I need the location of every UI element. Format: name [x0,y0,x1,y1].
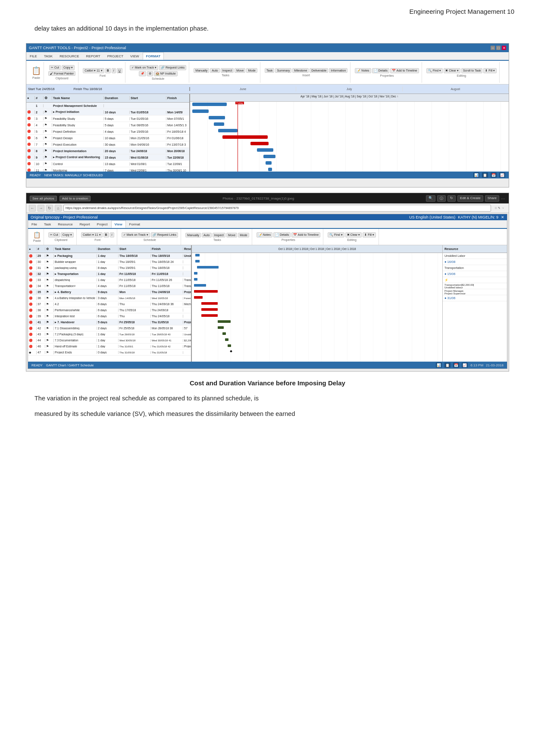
inner-cut-btn[interactable]: ✂ Cut [48,232,60,237]
forward-btn[interactable]: → [38,205,44,212]
tab-file-1[interactable]: FILE [26,52,41,60]
report-icon[interactable]: 📈 [499,172,505,178]
refresh-btn[interactable]: ↻ [46,205,53,212]
inner-clear[interactable]: ✖ Clear ▾ [345,232,362,237]
auto-btn[interactable]: Auto [210,68,219,73]
inner-find[interactable]: 🔍 Find ▾ [328,232,344,237]
table-row[interactable]: 🔴11⚑ Monitoring 7 daysWed 22/08/1Thu 30/… [26,167,189,172]
table-row[interactable]: 🔴8⚑ Project Implementation 20 daysTue 24… [26,148,189,154]
np-institute-btn[interactable]: 🏫 NP Institute [154,71,178,76]
table-row[interactable]: 🔴5⚑ Project Definition 4 daysTue 15/05/1… [26,128,189,135]
inner-gantt-icon[interactable]: 📊 [436,362,442,368]
fill-btn[interactable]: ⬇ Fill ▾ [483,68,497,73]
table-row[interactable]: ◆47⚑ Project Ends 0 daysThu 31/05/18Thu … [28,350,191,356]
inner-mode[interactable]: Mode [238,233,249,237]
manually-btn[interactable]: Manually [194,68,209,73]
notes-btn[interactable]: 📝 Notes [355,68,371,73]
inner-auto[interactable]: Auto [202,233,211,237]
table-row[interactable]: 🔴6⚑ Project Design 10 daysMon 21/05/16Fr… [26,135,189,141]
gantt-view-icon[interactable]: 📊 [473,172,479,178]
inner-copy-btn[interactable]: Copy ▾ [61,232,74,237]
copy-btn[interactable]: Copy ▾ [62,65,75,70]
move-btn[interactable]: Move [235,68,245,73]
mark-on-track-btn[interactable]: ✓ Mark on Track ▾ [130,65,158,70]
table-row[interactable]: 🔴34⚑ Transportation+ 4 daysFri 11/05/18T… [28,283,191,289]
inner-add-timeline[interactable]: 📅 Add to Timeline [291,232,320,237]
add-to-creation-btn[interactable]: Add to a creation [59,196,91,201]
table-row[interactable]: 🔴37⚑ 4.2 6 daysThuThu 24/09/18 36 Mech. … [28,301,191,307]
inner-font-sel[interactable]: Calibri ▾ 11 ▾ [81,232,102,237]
mode-btn[interactable]: Mode [246,68,257,73]
table-row[interactable]: 🔴10⚑ Control 13 daysWed 01/08/1Tue 22/08… [26,161,189,167]
edit-create-btn[interactable]: Edit & Create [457,195,483,202]
underline-btn[interactable]: U [117,68,122,73]
task-sheet-icon[interactable]: 📋 [482,172,488,178]
zoom-icon[interactable]: 🔍 [426,195,435,202]
details-btn[interactable]: 📄 Details [372,68,389,73]
table-row[interactable]: 🔴35⚑ ▸ 4. Battery 9 daysMonThu 24/06/18 … [28,289,191,295]
table-row[interactable]: 🔴31⚑ packaging using 8 daysThu 19/05/1Th… [28,265,191,271]
inner-tab-view[interactable]: View [111,220,126,228]
paste-icon[interactable]: 📋 [31,66,41,75]
inner-mark-track[interactable]: ✓ Mark on Track ▾ [122,232,150,237]
deliverable-btn[interactable]: Deliverable [310,68,328,73]
inner-tab-file[interactable]: File [28,220,41,228]
add-to-timeline-btn[interactable]: 📅 Add to Timeline [390,68,419,73]
inner-notes[interactable]: 📝 Notes [257,232,272,237]
table-row[interactable]: 🔴9⚑ ▸ Project Control and Monitoring 15 … [26,154,189,161]
format-painter-btn[interactable]: 🖌 Format Painter [48,71,75,76]
back-btn[interactable]: ← [29,205,36,212]
tab-project-1[interactable]: PROJECT [104,52,127,60]
font-select[interactable]: Calibri ▾ 11 ▾ [83,68,104,73]
inner-manually[interactable]: Manually [185,233,201,237]
inner-cal-icon[interactable]: 📅 [453,362,459,368]
bold-btn[interactable]: B [105,68,111,73]
table-row[interactable]: 1 Project Management Schedule [26,103,189,109]
close-button-1[interactable]: ✕ [502,46,506,50]
more-btn[interactable]: … [501,195,505,202]
table-row[interactable]: 🔴42⚑ 7.1 Disassembling 2 daysFri 25/05/1… [28,325,191,331]
italic-btn[interactable]: I [112,68,116,73]
inner-report-icon[interactable]: 📈 [462,362,468,368]
inner-inspect[interactable]: Inspect [213,233,226,237]
cut-btn[interactable]: ✂ Cut [49,65,61,70]
table-row[interactable]: 🔴30⚑ Bubble wrapper 1 dayThu 18/05/1Thu … [28,259,191,265]
inner-fill[interactable]: ⬇ Fill ▾ [363,232,376,237]
auto-schedule-btn[interactable]: ⚙ [147,71,153,76]
request-links-btn[interactable]: 🔗 Request Links [159,65,186,70]
inspect-btn[interactable]: Inspect [221,68,234,73]
inner-tab-task[interactable]: Task [41,220,54,228]
inner-move[interactable]: Move [226,233,237,237]
table-row[interactable]: 🔴2⚑ ▸ Project Initiation 10 daysTue 01/0… [26,109,189,116]
table-row[interactable]: 🔴38⚑ Performance/while 6 daysThu 17/05/1… [28,307,191,313]
inner-req-links[interactable]: 🔗 Request Links [151,232,178,237]
milestone-btn[interactable]: Milestone [292,68,309,73]
table-row[interactable]: 🔴46⚑ Hand-off Estimate 1 dayThu 31/05/1T… [28,344,191,350]
scroll-to-task-btn[interactable]: Scroll to Task [461,68,483,73]
rotate-icon[interactable]: ↻ [447,195,456,202]
inner-details[interactable]: 📄 Details [273,232,291,237]
inner-tab-project[interactable]: Project [94,220,111,228]
minimize-button-1[interactable]: ─ [491,46,495,50]
inner-sheet-icon[interactable]: 📋 [444,362,451,368]
table-row[interactable]: 🔴4⚑ Feasibility Study 5 daysTue 08/05/16… [26,122,189,128]
information-btn[interactable]: Information [329,68,347,73]
inner-tab-format[interactable]: Format [126,220,144,228]
tab-view-1[interactable]: VIEW [127,52,142,60]
summary-btn[interactable]: Summary [275,68,291,73]
table-row[interactable]: 🔴41⚑ ▸ 7. Handover 5 daysFri 25/05/18Thu… [28,319,191,325]
maximize-button-1[interactable]: □ [496,46,501,50]
inner-close-btn[interactable]: ✕ [501,215,504,219]
see-all-photos-btn[interactable]: See all photos [30,196,57,201]
table-row[interactable]: 🔴39⚑ Integration test 6 daysThuThu 24/05… [28,313,191,319]
table-row[interactable]: 🔴7⚑ Project Execution 30 daysMon 04/06/1… [26,141,189,148]
inner-paste-icon[interactable]: 📋 [33,231,41,238]
table-row[interactable]: 🔴43⚑ 7.2 Packaging (3 days) 1 dayTue 29/… [28,331,191,337]
tab-task-1[interactable]: TASK [41,52,56,60]
inner-tab-resource[interactable]: Resource [54,220,76,228]
task-btn[interactable]: Task [265,68,274,73]
manually-schedule-btn[interactable]: 📌 [139,71,146,76]
browser-url[interactable]: https://apps.ondemand.dmakis.au/apps/s/R… [63,205,491,212]
inner-italic[interactable]: I [110,232,114,237]
table-row[interactable]: 🔴33⚑ dispatching 1 dayFri 11/05/18Fri 11… [28,277,191,283]
